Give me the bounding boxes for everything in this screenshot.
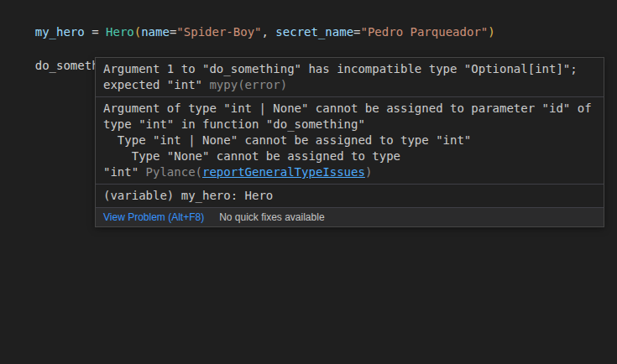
assignment-operator: =	[85, 25, 106, 39]
variable-info-section: (variable) my_hero: Hero	[96, 185, 604, 207]
comma: ,	[262, 25, 276, 39]
string-literal: "Pedro Parqueador"	[361, 25, 489, 39]
class-name-token: Hero	[106, 25, 134, 39]
kwarg-name: name	[141, 25, 170, 39]
open-paren: (	[134, 25, 141, 39]
pylance-source-label: Pylance(	[146, 165, 202, 179]
mypy-message-line-1: Argument 1 to "do_something" has incompa…	[103, 61, 596, 77]
mypy-diagnostic-section: Argument 1 to "do_something" has incompa…	[96, 58, 604, 96]
pylance-message-line-5: "int" Pylance(reportGeneralTypeIssues)	[103, 164, 596, 180]
kwarg-name: secret_name	[275, 25, 353, 39]
pylance-message-line-4: Type "None" cannot be assigned to type	[103, 148, 596, 164]
close-paren: )	[488, 25, 494, 39]
variable-token: my_hero	[35, 25, 85, 39]
code-editor: my_hero = Hero(name="Spider-Boy", secret…	[0, 0, 617, 364]
equals-sign: =	[353, 25, 360, 39]
pylance-message-text: "int"	[103, 165, 146, 179]
mypy-source-label: mypy(error)	[209, 78, 287, 91]
no-quick-fixes-label: No quick fixes available	[219, 211, 324, 223]
mypy-message-text: expected "int"	[103, 78, 209, 91]
pylance-source-close: )	[365, 165, 372, 179]
report-general-type-issues-link[interactable]: reportGeneralTypeIssues	[202, 165, 365, 179]
pylance-diagnostic-section: Argument of type "int | None" cannot be …	[96, 97, 604, 184]
hover-tooltip: Argument 1 to "do_something" has incompa…	[95, 57, 604, 227]
view-problem-link[interactable]: View Problem (Alt+F8)	[103, 211, 204, 223]
mypy-message-line-2: expected "int" mypy(error)	[103, 77, 596, 93]
variable-type-info: (variable) my_hero: Hero	[103, 188, 596, 204]
pylance-message-line-3: Type "int | None" cannot be assigned to …	[103, 133, 596, 148]
string-literal: "Spider-Boy"	[176, 25, 261, 39]
pylance-message-line-2: type "int" in function "do_something"	[103, 117, 596, 133]
hover-status-bar: View Problem (Alt+F8) No quick fixes ava…	[96, 207, 604, 226]
pylance-message-line-1: Argument of type "int | None" cannot be …	[103, 101, 596, 117]
